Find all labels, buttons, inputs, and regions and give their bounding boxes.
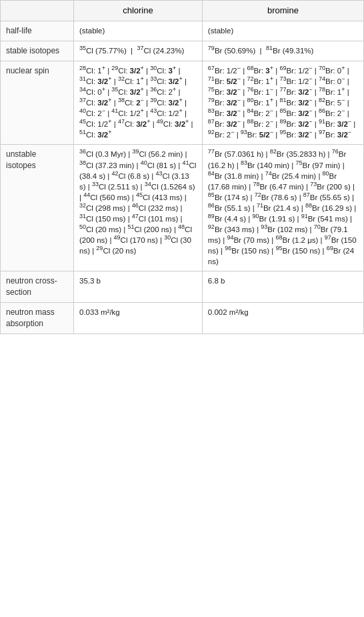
stable-isotopes-chlorine: 35Cl (75.77%) | 37Cl (24.23%) — [74, 41, 203, 61]
halflife-bromine: (stable) — [202, 21, 363, 41]
unstable-isotopes-chlorine: 36Cl (0.3 Myr) | 39Cl (56.2 min) | 38Cl … — [74, 145, 203, 271]
row-label-halflife: half-life — [1, 21, 74, 41]
row-label-nuclear-spin: nuclear spin — [1, 61, 74, 145]
nuclear-spin-bromine: 67Br: 1/2− | 68Br: 3+ | 69Br: 1/2− | 70B… — [202, 61, 363, 145]
table-row: neutron cross-section 35.3 b 6.8 b — [1, 271, 364, 303]
halflife-chlorine: (stable) — [74, 21, 203, 41]
table-row: unstable isotopes 36Cl (0.3 Myr) | 39Cl … — [1, 145, 364, 271]
neutron-cross-section-bromine: 6.8 b — [202, 271, 363, 303]
unstable-isotopes-bromine: 77Br (57.0361 h) | 82Br (35.2833 h) | 76… — [202, 145, 363, 271]
column-header-bromine: bromine — [202, 1, 363, 21]
table-row: half-life (stable) (stable) — [1, 21, 364, 41]
neutron-mass-absorption-chlorine: 0.033 m²/kg — [74, 303, 203, 334]
column-header-property — [1, 1, 74, 21]
stable-isotopes-bromine: 79Br (50.69%) | 81Br (49.31%) — [202, 41, 363, 61]
column-header-chlorine: chlorine — [74, 1, 203, 21]
row-label-stable-isotopes: stable isotopes — [1, 41, 74, 61]
neutron-mass-absorption-bromine: 0.002 m²/kg — [202, 303, 363, 334]
table-row: neutron mass absorption 0.033 m²/kg 0.00… — [1, 303, 364, 334]
table-row: stable isotopes 35Cl (75.77%) | 37Cl (24… — [1, 41, 364, 61]
row-label-unstable-isotopes: unstable isotopes — [1, 145, 74, 271]
row-label-neutron-mass-absorption: neutron mass absorption — [1, 303, 74, 334]
neutron-cross-section-chlorine: 35.3 b — [74, 271, 203, 303]
table-row: nuclear spin 28Cl: 1+ | 29Cl: 3/2+ | 30C… — [1, 61, 364, 145]
row-label-neutron-cross-section: neutron cross-section — [1, 271, 74, 303]
nuclear-spin-chlorine: 28Cl: 1+ | 29Cl: 3/2+ | 30Cl: 3+ | 31Cl:… — [74, 61, 203, 145]
